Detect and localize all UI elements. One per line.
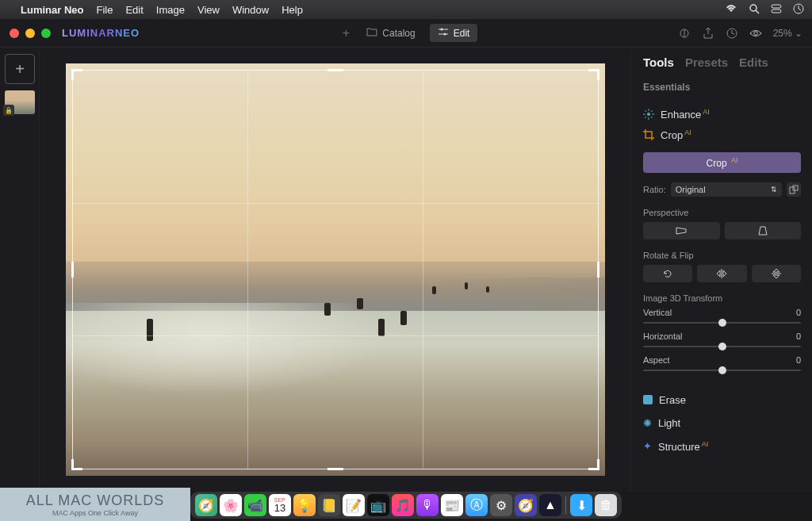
dock-trash[interactable]: 🗑: [595, 494, 617, 516]
structure-tool[interactable]: ✦ StructureAI: [643, 435, 801, 458]
svg-line-21: [645, 117, 646, 118]
vertical-value: 0: [796, 308, 801, 317]
crop-icon: [643, 129, 654, 140]
dock-luminar[interactable]: ▲: [539, 494, 561, 516]
tab-presets[interactable]: Presets: [685, 56, 728, 69]
vertical-label: Vertical: [643, 308, 672, 317]
zoom-level[interactable]: 25% ⌄: [773, 28, 802, 39]
svg-rect-3: [772, 10, 781, 13]
rotate-orientation-button[interactable]: [787, 182, 801, 197]
horizontal-value: 0: [796, 331, 801, 341]
compare-icon[interactable]: [678, 27, 691, 40]
add-icon[interactable]: +: [339, 27, 352, 40]
dock-news[interactable]: 📰: [441, 494, 463, 516]
svg-point-0: [750, 5, 756, 11]
photo-viewport[interactable]: [66, 63, 605, 476]
tab-edits[interactable]: Edits: [739, 56, 768, 69]
erase-icon: [643, 395, 653, 404]
svg-point-12: [753, 31, 756, 34]
flip-horizontal-button[interactable]: [697, 265, 746, 282]
close-window-button[interactable]: [10, 29, 19, 38]
dock-tv[interactable]: 📺: [367, 494, 389, 516]
control-center-icon[interactable]: [771, 3, 782, 17]
photo-thumbnail[interactable]: 🔒: [5, 90, 35, 114]
app-menu[interactable]: Luminar Neo: [21, 4, 83, 16]
edit-menu[interactable]: Edit: [125, 4, 143, 16]
app-window: LUMINARNEO + Catalog Edit 25% ⌄ + 🔒: [0, 19, 812, 492]
crop-tool[interactable]: CropAI: [643, 125, 801, 145]
window-menu[interactable]: Window: [232, 4, 269, 16]
dock-notes[interactable]: 📝: [343, 494, 365, 516]
perspective-horizontal-button[interactable]: [643, 222, 720, 239]
dock-facetime[interactable]: 📹: [244, 494, 266, 516]
crop-label: Crop: [661, 130, 683, 142]
catalog-mode-button[interactable]: Catalog: [358, 24, 423, 42]
ratio-label: Ratio:: [643, 185, 666, 194]
dock-photos[interactable]: 🌸: [220, 494, 242, 516]
chevron-updown-icon: ⇅: [771, 186, 777, 193]
clock-icon[interactable]: [793, 3, 804, 17]
dock-downloads[interactable]: ⬇: [570, 494, 592, 516]
enhance-tool[interactable]: EnhanceAI: [643, 104, 801, 125]
horizontal-label: Horizontal: [643, 331, 683, 341]
rotate-button[interactable]: [643, 265, 692, 282]
ai-badge: AI: [684, 128, 691, 136]
search-icon[interactable]: [749, 3, 760, 17]
macos-menubar: Luminar Neo File Edit Image View Window …: [0, 0, 812, 19]
light-tool[interactable]: ✺ Light: [643, 412, 801, 435]
dock-appstore[interactable]: Ⓐ: [465, 494, 488, 516]
essentials-section-title: Essentials: [643, 82, 801, 93]
ratio-select[interactable]: Original ⇅: [671, 182, 782, 197]
canvas-area: [40, 48, 631, 492]
dock-safari[interactable]: 🧭: [515, 494, 537, 516]
svg-line-1: [756, 10, 759, 13]
light-label: Light: [658, 417, 680, 429]
minimize-window-button[interactable]: [25, 29, 35, 38]
horizontal-slider[interactable]: [643, 346, 801, 347]
tab-tools[interactable]: Tools: [643, 56, 674, 69]
dock-contacts[interactable]: 📒: [318, 494, 340, 516]
aspect-value: 0: [796, 355, 801, 365]
crop-button[interactable]: Crop AI: [643, 152, 801, 173]
image-menu[interactable]: Image: [156, 4, 185, 16]
fullscreen-window-button[interactable]: [41, 29, 51, 38]
perspective-vertical-button[interactable]: [725, 222, 802, 239]
dock: 🧭 🌸 📹 SEP13 💡 📒 📝 📺 🎵 🎙 📰 Ⓐ ⚙ 🧭 ▲ ⬇ 🗑: [190, 492, 622, 519]
aspect-slider[interactable]: [643, 370, 801, 371]
svg-point-8: [443, 33, 446, 36]
dock-podcasts[interactable]: 🎙: [416, 494, 439, 516]
main-area: + 🔒: [0, 48, 812, 492]
dock-music[interactable]: 🎵: [392, 494, 414, 516]
svg-rect-2: [772, 5, 781, 8]
folder-icon: [366, 27, 377, 39]
dock-tips[interactable]: 💡: [293, 494, 316, 516]
file-menu[interactable]: File: [96, 4, 113, 16]
vertical-slider[interactable]: [643, 322, 801, 324]
svg-point-6: [440, 29, 442, 31]
view-menu[interactable]: View: [197, 4, 220, 16]
svg-point-13: [647, 113, 650, 116]
dock-calendar[interactable]: SEP13: [269, 494, 291, 516]
wifi-icon[interactable]: [725, 4, 737, 16]
erase-tool[interactable]: Erase: [643, 389, 801, 412]
add-photo-button[interactable]: +: [5, 54, 35, 84]
watermark: ALL MAC WORLDS MAC Apps One Click Away: [0, 488, 190, 521]
svg-line-18: [645, 110, 646, 112]
edit-label: Edit: [454, 28, 470, 39]
eye-icon[interactable]: [749, 27, 762, 40]
right-panel: Tools Presets Edits Essentials EnhanceAI…: [631, 48, 812, 492]
dock-settings[interactable]: ⚙: [490, 494, 512, 516]
edit-mode-button[interactable]: Edit: [430, 24, 478, 42]
panel-tabs: Tools Presets Edits: [643, 56, 801, 69]
structure-label: Structure: [658, 441, 700, 453]
dock-finder[interactable]: 🧭: [195, 494, 217, 516]
svg-line-19: [651, 117, 653, 118]
share-icon[interactable]: [702, 27, 714, 40]
ratio-value: Original: [676, 185, 706, 194]
enhance-label: Enhance: [661, 109, 701, 121]
dock-separator: [565, 496, 566, 514]
history-icon[interactable]: [726, 27, 738, 40]
help-menu[interactable]: Help: [282, 4, 303, 16]
flip-vertical-button[interactable]: [752, 265, 801, 282]
svg-line-20: [651, 110, 653, 112]
